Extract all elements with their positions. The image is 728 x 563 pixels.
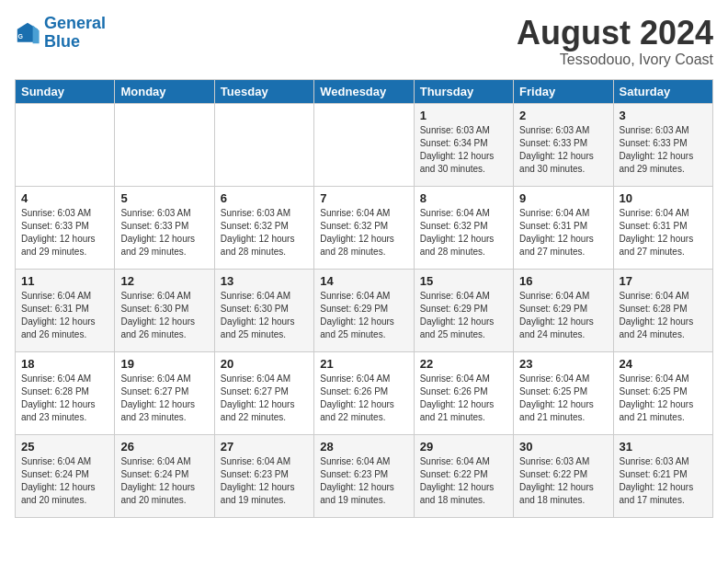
header-cell-wednesday: Wednesday bbox=[314, 79, 414, 103]
header-cell-saturday: Saturday bbox=[613, 79, 712, 103]
day-number: 9 bbox=[519, 191, 607, 205]
day-cell: 31Sunrise: 6:03 AM Sunset: 6:21 PM Dayli… bbox=[613, 434, 712, 517]
day-info: Sunrise: 6:04 AM Sunset: 6:23 PM Dayligh… bbox=[221, 455, 308, 507]
day-number: 18 bbox=[21, 357, 108, 371]
header-row: SundayMondayTuesdayWednesdayThursdayFrid… bbox=[16, 79, 713, 103]
logo-line1: General bbox=[44, 14, 106, 32]
day-cell: 16Sunrise: 6:04 AM Sunset: 6:29 PM Dayli… bbox=[514, 269, 613, 351]
day-cell: 7Sunrise: 6:04 AM Sunset: 6:32 PM Daylig… bbox=[314, 186, 414, 269]
day-cell: 5Sunrise: 6:03 AM Sunset: 6:33 PM Daylig… bbox=[115, 186, 214, 269]
day-cell: 23Sunrise: 6:04 AM Sunset: 6:25 PM Dayli… bbox=[514, 351, 613, 434]
day-info: Sunrise: 6:04 AM Sunset: 6:26 PM Dayligh… bbox=[320, 373, 407, 424]
day-cell: 18Sunrise: 6:04 AM Sunset: 6:28 PM Dayli… bbox=[16, 351, 115, 434]
page-header: G General Blue August 2024 Tessodouo, Iv… bbox=[15, 15, 713, 68]
day-info: Sunrise: 6:04 AM Sunset: 6:24 PM Dayligh… bbox=[21, 455, 108, 507]
day-number: 12 bbox=[120, 274, 208, 288]
day-number: 16 bbox=[519, 274, 607, 288]
day-info: Sunrise: 6:04 AM Sunset: 6:26 PM Dayligh… bbox=[420, 373, 507, 424]
day-info: Sunrise: 6:04 AM Sunset: 6:25 PM Dayligh… bbox=[620, 373, 707, 424]
day-info: Sunrise: 6:04 AM Sunset: 6:29 PM Dayligh… bbox=[420, 290, 507, 341]
day-cell: 22Sunrise: 6:04 AM Sunset: 6:26 PM Dayli… bbox=[414, 351, 513, 434]
day-number: 23 bbox=[519, 357, 607, 371]
day-cell: 28Sunrise: 6:04 AM Sunset: 6:23 PM Dayli… bbox=[314, 434, 414, 517]
day-number: 2 bbox=[519, 109, 607, 122]
day-cell: 15Sunrise: 6:04 AM Sunset: 6:29 PM Dayli… bbox=[414, 269, 513, 351]
day-number: 13 bbox=[221, 274, 308, 288]
day-info: Sunrise: 6:04 AM Sunset: 6:27 PM Dayligh… bbox=[120, 373, 208, 424]
day-info: Sunrise: 6:04 AM Sunset: 6:25 PM Dayligh… bbox=[519, 373, 607, 424]
day-info: Sunrise: 6:04 AM Sunset: 6:30 PM Dayligh… bbox=[221, 290, 308, 341]
day-number: 19 bbox=[120, 357, 208, 371]
day-number: 15 bbox=[420, 274, 507, 288]
svg-marker-1 bbox=[33, 25, 40, 43]
day-number: 31 bbox=[620, 440, 707, 454]
day-number: 17 bbox=[620, 274, 707, 288]
day-cell: 1Sunrise: 6:03 AM Sunset: 6:34 PM Daylig… bbox=[414, 103, 513, 186]
day-cell: 24Sunrise: 6:04 AM Sunset: 6:25 PM Dayli… bbox=[613, 351, 712, 434]
day-info: Sunrise: 6:03 AM Sunset: 6:22 PM Dayligh… bbox=[519, 455, 607, 507]
day-number: 14 bbox=[320, 274, 407, 288]
day-cell bbox=[314, 103, 414, 186]
day-cell: 13Sunrise: 6:04 AM Sunset: 6:30 PM Dayli… bbox=[214, 269, 313, 351]
day-cell: 6Sunrise: 6:03 AM Sunset: 6:32 PM Daylig… bbox=[214, 186, 313, 269]
day-info: Sunrise: 6:04 AM Sunset: 6:29 PM Dayligh… bbox=[320, 290, 407, 341]
day-number: 28 bbox=[320, 440, 407, 454]
day-cell: 17Sunrise: 6:04 AM Sunset: 6:28 PM Dayli… bbox=[613, 269, 712, 351]
day-number: 7 bbox=[320, 191, 407, 205]
header-cell-sunday: Sunday bbox=[16, 79, 115, 103]
day-info: Sunrise: 6:03 AM Sunset: 6:34 PM Dayligh… bbox=[420, 124, 507, 176]
day-number: 29 bbox=[420, 440, 507, 454]
week-row-1: 1Sunrise: 6:03 AM Sunset: 6:34 PM Daylig… bbox=[16, 103, 713, 186]
logo-icon: G bbox=[15, 20, 40, 46]
day-cell: 11Sunrise: 6:04 AM Sunset: 6:31 PM Dayli… bbox=[16, 269, 115, 351]
calendar-subtitle: Tessodouo, Ivory Coast bbox=[517, 52, 713, 68]
week-row-4: 18Sunrise: 6:04 AM Sunset: 6:28 PM Dayli… bbox=[16, 351, 713, 434]
logo-line2: Blue bbox=[44, 33, 106, 52]
calendar-title: August 2024 bbox=[517, 15, 713, 52]
day-cell: 19Sunrise: 6:04 AM Sunset: 6:27 PM Dayli… bbox=[115, 351, 214, 434]
day-info: Sunrise: 6:03 AM Sunset: 6:33 PM Dayligh… bbox=[519, 124, 607, 176]
day-cell: 30Sunrise: 6:03 AM Sunset: 6:22 PM Dayli… bbox=[514, 434, 613, 517]
day-info: Sunrise: 6:04 AM Sunset: 6:31 PM Dayligh… bbox=[519, 207, 607, 259]
day-number: 11 bbox=[21, 274, 108, 288]
header-cell-thursday: Thursday bbox=[414, 79, 513, 103]
day-number: 10 bbox=[620, 191, 707, 205]
day-cell: 29Sunrise: 6:04 AM Sunset: 6:22 PM Dayli… bbox=[414, 434, 513, 517]
day-info: Sunrise: 6:04 AM Sunset: 6:29 PM Dayligh… bbox=[519, 290, 607, 341]
day-info: Sunrise: 6:04 AM Sunset: 6:31 PM Dayligh… bbox=[620, 207, 707, 259]
day-info: Sunrise: 6:04 AM Sunset: 6:30 PM Dayligh… bbox=[120, 290, 208, 341]
day-cell bbox=[115, 103, 214, 186]
day-cell: 21Sunrise: 6:04 AM Sunset: 6:26 PM Dayli… bbox=[314, 351, 414, 434]
day-info: Sunrise: 6:03 AM Sunset: 6:21 PM Dayligh… bbox=[620, 455, 707, 507]
day-number: 5 bbox=[120, 191, 208, 205]
day-info: Sunrise: 6:04 AM Sunset: 6:24 PM Dayligh… bbox=[120, 455, 208, 507]
day-cell bbox=[214, 103, 313, 186]
day-info: Sunrise: 6:03 AM Sunset: 6:33 PM Dayligh… bbox=[120, 207, 208, 259]
calendar-table: SundayMondayTuesdayWednesdayThursdayFrid… bbox=[15, 79, 713, 518]
day-info: Sunrise: 6:04 AM Sunset: 6:23 PM Dayligh… bbox=[320, 455, 407, 507]
day-info: Sunrise: 6:03 AM Sunset: 6:32 PM Dayligh… bbox=[221, 207, 308, 259]
day-info: Sunrise: 6:03 AM Sunset: 6:33 PM Dayligh… bbox=[21, 207, 108, 259]
day-number: 3 bbox=[620, 109, 707, 122]
day-number: 8 bbox=[420, 191, 507, 205]
day-info: Sunrise: 6:04 AM Sunset: 6:31 PM Dayligh… bbox=[21, 290, 108, 341]
day-info: Sunrise: 6:04 AM Sunset: 6:27 PM Dayligh… bbox=[221, 373, 308, 424]
day-number: 21 bbox=[320, 357, 407, 371]
day-cell: 3Sunrise: 6:03 AM Sunset: 6:33 PM Daylig… bbox=[613, 103, 712, 186]
day-cell: 20Sunrise: 6:04 AM Sunset: 6:27 PM Dayli… bbox=[214, 351, 313, 434]
day-info: Sunrise: 6:04 AM Sunset: 6:32 PM Dayligh… bbox=[320, 207, 407, 259]
day-cell: 14Sunrise: 6:04 AM Sunset: 6:29 PM Dayli… bbox=[314, 269, 414, 351]
week-row-2: 4Sunrise: 6:03 AM Sunset: 6:33 PM Daylig… bbox=[16, 186, 713, 269]
day-cell: 8Sunrise: 6:04 AM Sunset: 6:32 PM Daylig… bbox=[414, 186, 513, 269]
day-cell: 10Sunrise: 6:04 AM Sunset: 6:31 PM Dayli… bbox=[613, 186, 712, 269]
day-number: 20 bbox=[221, 357, 308, 371]
day-info: Sunrise: 6:03 AM Sunset: 6:33 PM Dayligh… bbox=[620, 124, 707, 176]
day-cell: 25Sunrise: 6:04 AM Sunset: 6:24 PM Dayli… bbox=[16, 434, 115, 517]
day-number: 4 bbox=[21, 191, 108, 205]
day-cell: 26Sunrise: 6:04 AM Sunset: 6:24 PM Dayli… bbox=[115, 434, 214, 517]
day-cell: 9Sunrise: 6:04 AM Sunset: 6:31 PM Daylig… bbox=[514, 186, 613, 269]
logo: G General Blue bbox=[15, 15, 106, 52]
day-number: 30 bbox=[519, 440, 607, 454]
day-number: 25 bbox=[21, 440, 108, 454]
header-cell-tuesday: Tuesday bbox=[214, 79, 313, 103]
